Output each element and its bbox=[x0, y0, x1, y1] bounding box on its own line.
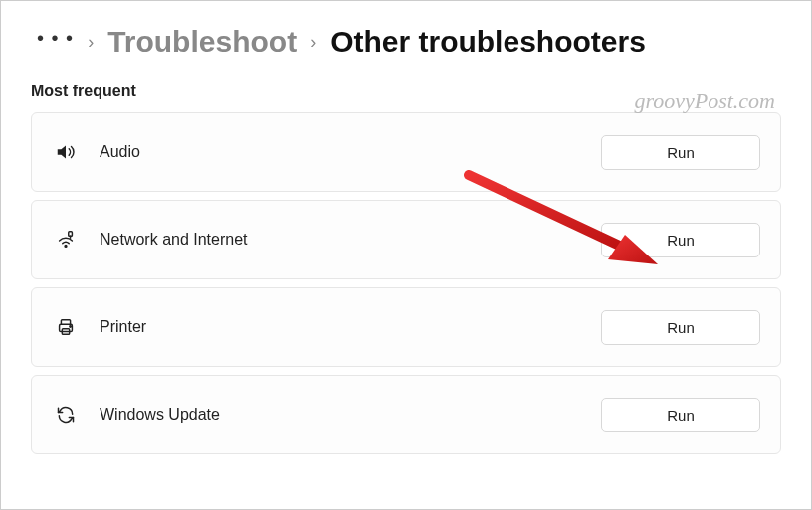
chevron-right-icon: › bbox=[310, 32, 316, 53]
troubleshooter-label: Network and Internet bbox=[100, 231, 579, 249]
watermark: groovyPost.com bbox=[634, 88, 775, 114]
troubleshooter-label: Audio bbox=[100, 143, 579, 161]
speaker-icon bbox=[54, 140, 78, 164]
refresh-icon bbox=[54, 403, 78, 426]
run-button-audio[interactable]: Run bbox=[601, 135, 760, 170]
breadcrumb-current: Other troubleshooters bbox=[330, 25, 646, 59]
troubleshooter-label: Windows Update bbox=[100, 406, 579, 424]
chevron-right-icon: › bbox=[88, 32, 94, 53]
troubleshooter-item-audio: Audio Run bbox=[31, 112, 781, 192]
troubleshooter-label: Printer bbox=[100, 318, 579, 336]
breadcrumb: • • • › Troubleshoot › Other troubleshoo… bbox=[1, 1, 811, 77]
run-button-network[interactable]: Run bbox=[601, 223, 760, 257]
troubleshooter-item-network: Network and Internet Run bbox=[31, 200, 781, 279]
run-button-printer[interactable]: Run bbox=[601, 310, 760, 345]
svg-point-1 bbox=[65, 246, 67, 248]
breadcrumb-ellipsis[interactable]: • • • bbox=[37, 28, 74, 56]
troubleshooter-list: Audio Run Network and Internet Run Print… bbox=[1, 112, 811, 454]
wifi-icon bbox=[54, 228, 78, 252]
breadcrumb-link-troubleshoot[interactable]: Troubleshoot bbox=[107, 25, 297, 59]
svg-point-6 bbox=[70, 326, 71, 327]
svg-marker-0 bbox=[58, 146, 66, 159]
troubleshooter-item-windows-update: Windows Update Run bbox=[31, 375, 781, 454]
run-button-windows-update[interactable]: Run bbox=[601, 398, 760, 432]
printer-icon bbox=[54, 315, 78, 339]
troubleshooter-item-printer: Printer Run bbox=[31, 287, 781, 367]
